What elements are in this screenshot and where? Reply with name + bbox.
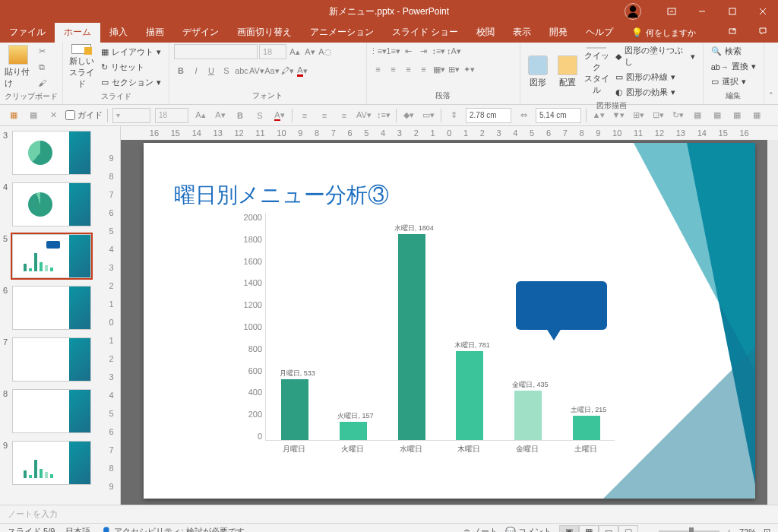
qat-height-icon[interactable]: ⇕ — [446, 108, 461, 123]
thumbnail[interactable] — [12, 234, 91, 278]
qat-size-select[interactable]: 18 — [155, 108, 188, 123]
thumbnail-row[interactable]: 7 — [3, 337, 92, 382]
shape-fill-button[interactable]: ◆ 図形の塗りつぶし ▾ — [612, 44, 698, 68]
spacing-icon[interactable]: AV▾ — [250, 64, 264, 78]
thumbnail-row[interactable]: 6 — [3, 286, 92, 330]
share-icon[interactable] — [717, 20, 748, 43]
tab-design[interactable]: デザイン — [173, 22, 228, 43]
tab-home[interactable]: ホーム — [55, 22, 100, 43]
font-family-select[interactable] — [174, 44, 258, 59]
language-indicator[interactable]: 日本語 — [65, 526, 90, 532]
shapes-button[interactable]: 図形 — [525, 49, 551, 94]
comments-icon[interactable] — [748, 20, 778, 43]
underline-icon[interactable]: U — [204, 64, 218, 78]
zoom-in-icon[interactable]: + — [727, 527, 732, 533]
justify-icon[interactable]: ≡ — [417, 62, 431, 76]
new-slide-button[interactable]: 新しい スライド — [68, 44, 95, 90]
slide-thumbnails-pane[interactable]: 3456789 — [0, 126, 103, 505]
maximize-icon[interactable] — [717, 0, 748, 23]
notes-pane[interactable]: ノートを入力 — [0, 505, 778, 523]
notes-toggle[interactable]: ≐ ノート — [463, 526, 498, 532]
qat-bold-icon[interactable]: B — [232, 108, 248, 123]
thumbnail[interactable] — [12, 337, 91, 382]
thumbnail-row[interactable]: 4 — [3, 182, 92, 226]
indent-inc-icon[interactable]: ⇥ — [417, 44, 431, 58]
qat-bring-forward-icon[interactable]: ▲▾ — [591, 108, 606, 123]
qat-line-spacing-icon[interactable]: ↕≡▾ — [376, 108, 391, 123]
slideshow-view-icon[interactable]: ▢ — [618, 525, 638, 533]
normal-view-icon[interactable]: ▣ — [559, 525, 579, 533]
qat-outline-icon[interactable]: ▭▾ — [421, 108, 436, 123]
close-icon[interactable] — [748, 0, 778, 23]
qat-extra2-icon[interactable]: ▦ — [710, 108, 725, 123]
thumbnail-row[interactable]: 8 — [3, 389, 92, 433]
slide-indicator[interactable]: スライド 5/9 — [8, 526, 55, 532]
qat-extra1-icon[interactable]: ▦ — [690, 108, 705, 123]
qat-grow-font-icon[interactable]: A▴ — [193, 108, 208, 123]
chart[interactable]: 2000180016001400120010008006004002000 月曜… — [235, 213, 630, 464]
guide-checkbox[interactable]: ガイド — [65, 109, 103, 121]
collapse-ribbon-icon[interactable]: ˄ — [764, 43, 778, 104]
chart-bar[interactable]: 月曜日, 533 — [281, 379, 308, 440]
qat-group-icon[interactable]: ⊡▾ — [650, 108, 666, 123]
qat-fill-icon[interactable]: ◆▾ — [401, 108, 416, 123]
copy-icon[interactable]: ⧉ — [35, 60, 49, 74]
font-size-select[interactable]: 18 — [259, 44, 286, 59]
bold-icon[interactable]: B — [174, 64, 188, 78]
qat-align-right-icon[interactable]: ≡ — [337, 108, 352, 123]
qat-shadow-icon[interactable]: S — [252, 108, 267, 123]
qat-btn3[interactable]: ✕ — [46, 108, 61, 123]
shape-outline-button[interactable]: ▭ 図形の枠線 ▾ — [612, 71, 698, 84]
tab-insert[interactable]: 挿入 — [100, 22, 137, 43]
tab-file[interactable]: ファイル — [0, 22, 55, 43]
tab-view[interactable]: 表示 — [504, 22, 540, 43]
format-painter-icon[interactable]: 🖌 — [35, 76, 49, 90]
thumbnail[interactable] — [12, 182, 91, 226]
chart-bar[interactable]: 水曜日, 1804 — [398, 234, 425, 440]
thumbnail-row[interactable]: 5 — [3, 234, 92, 278]
thumbnail[interactable] — [12, 131, 91, 175]
text-direction-icon[interactable]: ↕A▾ — [448, 44, 461, 58]
select-button[interactable]: ▭ 選択 ▾ — [708, 75, 759, 88]
vertical-scrollbar[interactable] — [767, 140, 778, 505]
tab-review[interactable]: 校閲 — [467, 22, 504, 43]
quick-styles-button[interactable]: クイック スタイル — [584, 49, 609, 94]
qat-selection-pane-icon[interactable]: ▦ — [749, 108, 764, 123]
qat-btn2[interactable]: ▦ — [26, 108, 41, 123]
tell-me[interactable]: 💡 何をしますか — [622, 24, 704, 43]
tab-transitions[interactable]: 画面切り替え — [228, 22, 301, 43]
cut-icon[interactable]: ✂ — [35, 44, 49, 58]
qat-shrink-font-icon[interactable]: A▾ — [213, 108, 228, 123]
section-button[interactable]: ▭ セクション ▾ — [98, 76, 164, 89]
find-button[interactable]: 🔍 検索 — [708, 45, 759, 58]
sorter-view-icon[interactable]: ▦ — [579, 525, 599, 533]
font-color-icon[interactable]: A▾ — [296, 64, 309, 78]
fit-to-window-icon[interactable]: ⊡ — [764, 527, 770, 532]
callout-shape[interactable] — [516, 281, 607, 330]
align-left-icon[interactable]: ≡ — [372, 62, 385, 76]
shadow-icon[interactable]: abc — [235, 64, 248, 78]
shape-width-input[interactable]: 5.14 cm — [536, 108, 581, 123]
slide-canvas[interactable]: 曜日別メニュー分析③ 20001800160014001200100080060… — [144, 143, 755, 499]
indent-dec-icon[interactable]: ⇤ — [402, 44, 416, 58]
slide-title[interactable]: 曜日別メニュー分析③ — [174, 181, 389, 210]
thumbnail-row[interactable]: 3 — [3, 131, 92, 175]
italic-icon[interactable]: I — [189, 64, 203, 78]
smartart-icon[interactable]: ✦▾ — [463, 62, 476, 76]
qat-align-center-icon[interactable]: ≡ — [317, 108, 332, 123]
comments-toggle[interactable]: 💬 コメント — [505, 526, 552, 532]
thumbnail[interactable] — [12, 441, 91, 485]
qat-color-icon[interactable]: A▾ — [272, 108, 287, 123]
zoom-level[interactable]: 72% — [739, 527, 756, 533]
accessibility-indicator[interactable]: 👤 アクセシビリティ: 検討が必要です — [101, 526, 244, 532]
chart-bar[interactable]: 木曜日, 781 — [456, 351, 483, 440]
arrange-button[interactable]: 配置 — [555, 49, 580, 94]
clear-format-icon[interactable]: A◌ — [318, 45, 332, 59]
reading-view-icon[interactable]: ▭ — [599, 525, 618, 533]
qat-spacing-icon[interactable]: AV▾ — [356, 108, 372, 123]
increase-font-icon[interactable]: A▴ — [288, 45, 302, 59]
tab-slideshow[interactable]: スライド ショー — [383, 22, 467, 43]
qat-rotate-icon[interactable]: ↻▾ — [670, 108, 685, 123]
strike-icon[interactable]: S — [220, 64, 233, 78]
qat-send-backward-icon[interactable]: ▼▾ — [611, 108, 626, 123]
